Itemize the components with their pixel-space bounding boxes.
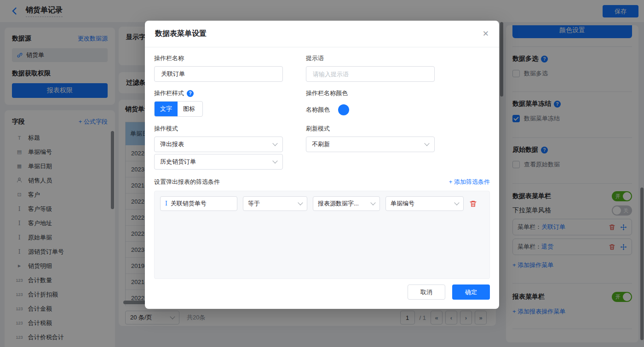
bar-name-label: 操作栏名称 <box>154 54 283 63</box>
hint-label: 提示语 <box>306 54 435 63</box>
filter-source-select[interactable]: 报表源数据字... <box>313 196 380 211</box>
table-menu-settings-dialog: 数据表菜单设置 ✕ 操作栏名称 提示语 操作栏样式 ? <box>145 21 499 309</box>
question-icon[interactable]: ? <box>187 90 194 97</box>
filter-value-select[interactable]: 单据编号 <box>385 196 464 211</box>
chevron-down-icon <box>370 200 375 205</box>
chevron-down-icon <box>272 158 277 163</box>
bar-style-label: 操作栏样式 <box>154 89 184 97</box>
close-icon[interactable]: ✕ <box>483 29 489 39</box>
refresh-mode-label: 刷新模式 <box>306 125 435 133</box>
chevron-down-icon <box>424 141 429 146</box>
hint-input[interactable] <box>306 66 435 82</box>
cancel-button[interactable]: 取消 <box>408 284 445 300</box>
chevron-down-icon <box>272 141 277 146</box>
popup-report-select[interactable]: 历史销货订单 <box>154 154 283 170</box>
chevron-down-icon <box>454 200 459 205</box>
confirm-button[interactable]: 确定 <box>452 284 490 300</box>
bar-style-tabs: 文字 图标 <box>154 101 203 117</box>
filter-operator-select[interactable]: 等于 <box>243 196 307 211</box>
add-filter-link[interactable]: + 添加筛选条件 <box>449 178 490 186</box>
op-mode-label: 操作模式 <box>154 125 283 133</box>
filter-field[interactable]: I 关联销货单号 <box>160 196 237 211</box>
name-color-label: 操作栏名称颜色 <box>306 89 435 97</box>
tab-icon[interactable]: 图标 <box>178 102 201 116</box>
name-color-sublabel: 名称颜色 <box>306 106 330 114</box>
op-mode-select[interactable]: 弹出报表 <box>154 137 283 152</box>
chevron-down-icon <box>298 200 303 205</box>
text-icon: I <box>165 200 167 207</box>
dialog-title: 数据表菜单设置 <box>155 29 207 39</box>
filter-conditions-box: I 关联销货单号 等于 报表源数据字... 单据编号 <box>154 191 490 279</box>
refresh-mode-select[interactable]: 不刷新 <box>306 137 435 152</box>
color-swatch[interactable] <box>338 104 349 115</box>
filter-section-title: 设置弹出报表的筛选条件 <box>154 178 220 186</box>
trash-icon[interactable] <box>469 200 477 208</box>
tab-text[interactable]: 文字 <box>155 102 178 116</box>
bar-name-input[interactable] <box>154 66 283 82</box>
